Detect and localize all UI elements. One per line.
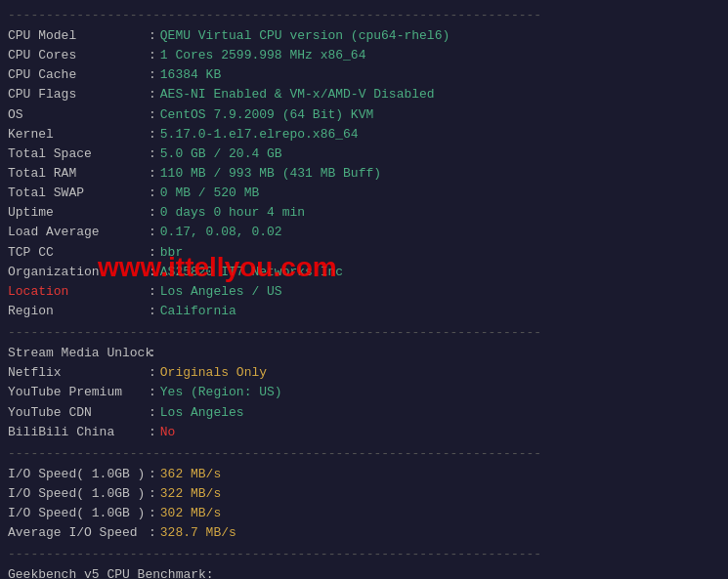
table-row: Uptime : 0 days 0 hour 4 min [8,203,720,223]
total-ram-value: 110 MB / 993 MB (431 MB Buff) [160,164,381,184]
table-row: Total Space : 5.0 GB / 20.4 GB [8,145,720,164]
table-row: Total SWAP : 0 MB / 520 MB [8,184,720,203]
youtube-cdn-label: YouTube CDN [8,403,145,423]
io-speed-2-value: 322 MB/s [160,484,221,504]
table-row: Kernel : 5.17.0-1.el7.elrepo.x86_64 [8,125,720,145]
table-row: BiliBili China : No [8,423,720,442]
tcp-cc-label: TCP CC [8,243,145,263]
total-ram-label: Total RAM [8,164,145,184]
cpu-model-value: QEMU Virtual CPU version (cpu64-rhel6) [160,26,450,46]
table-row: CPU Model : QEMU Virtual CPU version (cp… [8,26,720,46]
table-row: CPU Cores : 1 Cores 2599.998 MHz x86_64 [8,46,720,65]
cpu-flags-value: AES-NI Enabled & VM-x/AMD-V Disabled [160,85,435,104]
geekbench-title-row: Geekbench v5 CPU Benchmark: [8,565,720,579]
table-row: Location : Los Angeles / US [8,282,720,302]
media-section: Stream Media Unlock : Netflix : Original… [8,344,720,442]
kernel-value: 5.17.0-1.el7.elrepo.x86_64 [160,125,359,145]
total-space-value: 5.0 GB / 20.4 GB [160,145,282,164]
top-divider: ----------------------------------------… [8,8,720,22]
table-row: Average I/O Speed : 328.7 MB/s [8,523,720,543]
avg-io-label: Average I/O Speed [8,523,145,543]
cpu-cores-label: CPU Cores [8,46,145,65]
table-row: TCP CC : bbr [8,243,720,263]
table-row: Region : California [8,302,720,321]
location-value: Los Angeles / US [160,282,282,302]
table-row: YouTube CDN : Los Angeles [8,403,720,423]
netflix-value: Originals Only [160,363,267,383]
stream-media-label: Stream Media Unlock [8,344,145,363]
location-label: Location [8,282,145,302]
table-row: OS : CentOS 7.9.2009 (64 Bit) KVM [8,105,720,125]
uptime-label: Uptime [8,203,145,223]
table-row: I/O Speed( 1.0GB ) : 362 MB/s [8,465,720,484]
bilibili-value: No [160,423,176,442]
load-avg-value: 0.17, 0.08, 0.02 [160,223,282,242]
total-space-label: Total Space [8,145,145,164]
avg-io-value: 328.7 MB/s [160,523,236,543]
divider-3: ----------------------------------------… [8,446,720,461]
divider-2: ----------------------------------------… [8,325,720,340]
io-section: I/O Speed( 1.0GB ) : 362 MB/s I/O Speed(… [8,465,720,544]
table-row: Load Average : 0.17, 0.08, 0.02 [8,223,720,242]
cpu-cores-value: 1 Cores 2599.998 MHz x86_64 [160,46,366,65]
cpu-model-label: CPU Model [8,26,145,46]
table-row: I/O Speed( 1.0GB ) : 322 MB/s [8,484,720,504]
bilibili-label: BiliBili China [8,423,145,442]
table-row: Total RAM : 110 MB / 993 MB (431 MB Buff… [8,164,720,184]
region-value: California [160,302,236,321]
youtube-premium-value: Yes (Region: US) [160,383,282,402]
terminal-output: ----------------------------------------… [8,8,720,579]
table-row: I/O Speed( 1.0GB ) : 302 MB/s [8,504,720,523]
os-value: CentOS 7.9.2009 (64 Bit) KVM [160,105,373,125]
io-speed-3-value: 302 MB/s [160,504,221,523]
divider-4: ----------------------------------------… [8,547,720,561]
region-label: Region [8,302,145,321]
cpu-cache-value: 16384 KB [160,65,221,85]
sysinfo-section: CPU Model : QEMU Virtual CPU version (cp… [8,26,720,321]
io-speed-3-label: I/O Speed( 1.0GB ) [8,504,145,523]
table-row: YouTube Premium : Yes (Region: US) [8,383,720,402]
uptime-value: 0 days 0 hour 4 min [160,203,305,223]
table-row: Netflix : Originals Only [8,363,720,383]
geekbench-title: Geekbench v5 CPU Benchmark: [8,565,214,579]
total-swap-value: 0 MB / 520 MB [160,184,259,203]
kernel-label: Kernel [8,125,145,145]
io-speed-1-value: 362 MB/s [160,465,221,484]
load-avg-label: Load Average [8,223,145,242]
table-row: CPU Cache : 16384 KB [8,65,720,85]
organization-label: Organization [8,263,145,282]
youtube-premium-label: YouTube Premium [8,383,145,402]
io-speed-1-label: I/O Speed( 1.0GB ) [8,465,145,484]
table-row: CPU Flags : AES-NI Enabled & VM-x/AMD-V … [8,85,720,104]
organization-value: AS25820 IT7 Networks Inc [160,263,343,282]
youtube-cdn-value: Los Angeles [160,403,244,423]
cpu-flags-label: CPU Flags [8,85,145,104]
table-row: Stream Media Unlock : [8,344,720,363]
cpu-cache-label: CPU Cache [8,65,145,85]
os-label: OS [8,105,145,125]
total-swap-label: Total SWAP [8,184,145,203]
io-speed-2-label: I/O Speed( 1.0GB ) [8,484,145,504]
table-row: Organization : AS25820 IT7 Networks Inc [8,263,720,282]
tcp-cc-value: bbr [160,243,183,263]
netflix-label: Netflix [8,363,145,383]
geekbench-section: Geekbench v5 CPU Benchmark: Single Core … [8,565,720,579]
